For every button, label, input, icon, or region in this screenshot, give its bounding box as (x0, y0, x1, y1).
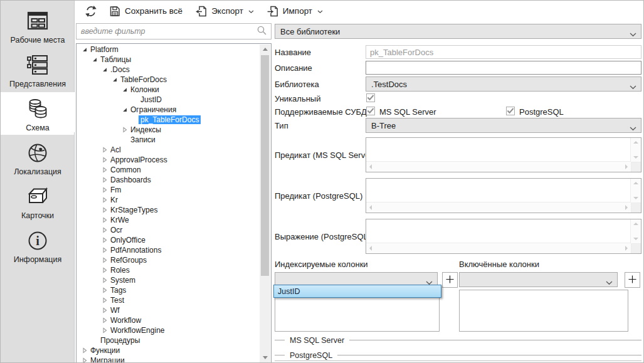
expand-icon[interactable] (101, 315, 108, 325)
add-included-column-button[interactable] (625, 272, 640, 288)
horizontal-scrollbar[interactable] (366, 243, 631, 253)
expand-icon[interactable] (101, 285, 108, 295)
tree-node-dashboards[interactable]: Dashboards (77, 175, 259, 185)
scroll-up-icon[interactable] (633, 223, 638, 225)
tree-node-записи[interactable]: Записи (77, 135, 259, 145)
description-field[interactable] (366, 61, 641, 75)
type-combobox[interactable]: B-Tree (366, 118, 641, 133)
sidebar-item-views[interactable]: Представления (1, 48, 75, 91)
horizontal-scrollbar[interactable] (366, 202, 631, 213)
horizontal-scrollbar[interactable] (366, 161, 631, 172)
tree-node-функции[interactable]: Функции (77, 345, 259, 355)
import-button[interactable]: Импорт (263, 3, 327, 19)
predicate-pgsql-textarea[interactable] (366, 178, 641, 213)
expand-icon[interactable] (101, 305, 108, 315)
name-field[interactable] (366, 45, 641, 59)
expand-icon[interactable] (101, 235, 108, 245)
scroll-up-icon[interactable] (633, 141, 638, 144)
collapse-icon[interactable] (91, 55, 98, 65)
vertical-scrollbar[interactable] (630, 179, 641, 203)
expand-icon[interactable] (101, 265, 108, 275)
tree-node-миграции[interactable]: Миграции (77, 355, 259, 363)
tree-node-common[interactable]: Common (77, 165, 259, 175)
expand-icon[interactable] (81, 355, 88, 363)
tree-node-ограничения[interactable]: Ограничения (77, 105, 259, 115)
tree-node-acl[interactable]: Acl (77, 145, 259, 155)
tree-node-kr[interactable]: Kr (77, 195, 259, 205)
tree-node--docs[interactable]: .Docs (77, 65, 259, 75)
expand-icon[interactable] (101, 205, 108, 215)
tree-node-индексы[interactable]: Индексы (77, 125, 259, 135)
sidebar-item-info[interactable]: iИнформация (1, 224, 75, 266)
scroll-down-icon[interactable] (633, 197, 638, 199)
scroll-up-icon[interactable] (260, 45, 270, 54)
collapse-icon[interactable] (111, 75, 119, 85)
tree-node-onlyoffice[interactable]: OnlyOffice (77, 235, 259, 245)
tree-node-krwe[interactable]: KrWe (77, 215, 259, 225)
expand-icon[interactable] (101, 225, 108, 235)
scroll-up-icon[interactable] (633, 182, 638, 184)
tree-filter-input[interactable] (77, 27, 256, 36)
tree-node-system[interactable]: System (77, 275, 259, 285)
expand-icon[interactable] (101, 325, 108, 335)
expand-icon[interactable] (101, 215, 108, 225)
tree-node-approvalprocess[interactable]: ApprovalProcess (77, 155, 259, 165)
tree-node-refgroups[interactable]: RefGroups (77, 255, 259, 265)
sidebar-item-localization[interactable]: Локализация (1, 136, 75, 179)
expand-icon[interactable] (121, 125, 129, 135)
scroll-left-icon[interactable] (369, 164, 372, 169)
scroll-down-icon[interactable] (633, 238, 638, 240)
scroll-down-icon[interactable] (260, 353, 270, 362)
tree-node-fm[interactable]: Fm (77, 185, 259, 195)
sidebar-item-cards[interactable]: Карточки (1, 180, 75, 223)
export-button[interactable]: Экспорт (191, 3, 258, 19)
expand-icon[interactable] (101, 145, 108, 155)
sidebar-item-schema[interactable]: Схема (1, 92, 75, 135)
scroll-down-icon[interactable] (633, 156, 638, 159)
expand-icon[interactable] (101, 245, 108, 255)
expand-icon[interactable] (101, 195, 108, 205)
tree-node-pk-tablefordocs[interactable]: pk_TableForDocs (77, 115, 259, 125)
expand-icon[interactable] (101, 165, 108, 175)
sidebar-item-workplaces[interactable]: Рабочие места (1, 4, 75, 47)
collapse-icon[interactable] (101, 65, 108, 75)
postgresql-checkbox[interactable] (506, 107, 515, 115)
expand-icon[interactable] (101, 175, 108, 185)
library-filter-combobox[interactable]: Все библиотеки (275, 24, 641, 39)
mssql-checkbox[interactable] (366, 107, 375, 115)
tree-node-таблицы[interactable]: Таблицы (77, 55, 259, 65)
expand-icon[interactable] (101, 295, 108, 305)
add-indexed-column-button[interactable] (442, 272, 458, 288)
included-columns-combobox[interactable] (459, 272, 618, 287)
expand-icon[interactable] (81, 345, 88, 355)
vertical-scrollbar[interactable] (630, 219, 641, 243)
collapse-icon[interactable] (121, 105, 129, 115)
collapse-icon[interactable] (81, 45, 88, 55)
expand-icon[interactable] (101, 185, 108, 195)
tree-node-tablefordocs[interactable]: TableForDocs (77, 75, 259, 85)
included-columns-list[interactable] (459, 290, 628, 332)
predicate-mssql-textarea[interactable] (366, 137, 641, 172)
collapse-icon[interactable] (121, 85, 129, 95)
tree-node-workflow[interactable]: Workflow (77, 315, 259, 325)
tree-node-platform[interactable]: Platform (77, 45, 259, 55)
tree-node-workflowengine[interactable]: WorkflowEngine (77, 325, 259, 335)
tree-scrollbar-thumb[interactable] (261, 55, 269, 276)
tree-node-test[interactable]: Test (77, 295, 259, 305)
save-all-button[interactable]: Сохранить всё (105, 3, 186, 19)
expression-pgsql-textarea[interactable] (366, 219, 641, 254)
scroll-right-icon[interactable] (625, 246, 628, 251)
scroll-right-icon[interactable] (625, 205, 628, 210)
scroll-left-icon[interactable] (369, 205, 372, 210)
expand-icon[interactable] (101, 255, 108, 265)
tree-node-justid[interactable]: JustID (77, 95, 259, 105)
tree-node-ocr[interactable]: Ocr (77, 225, 259, 235)
expand-icon[interactable] (101, 155, 108, 165)
tree-node-колонки[interactable]: Колонки (77, 85, 259, 95)
expand-icon[interactable] (101, 275, 108, 285)
library-combobox[interactable]: .TestDocs (366, 76, 641, 92)
tree-node-pdfannotations[interactable]: PdfAnnotations (77, 245, 259, 255)
tree-node-roles[interactable]: Roles (77, 265, 259, 275)
tree-scrollbar[interactable] (260, 45, 270, 362)
tree-node-krstagetypes[interactable]: KrStageTypes (77, 205, 259, 215)
